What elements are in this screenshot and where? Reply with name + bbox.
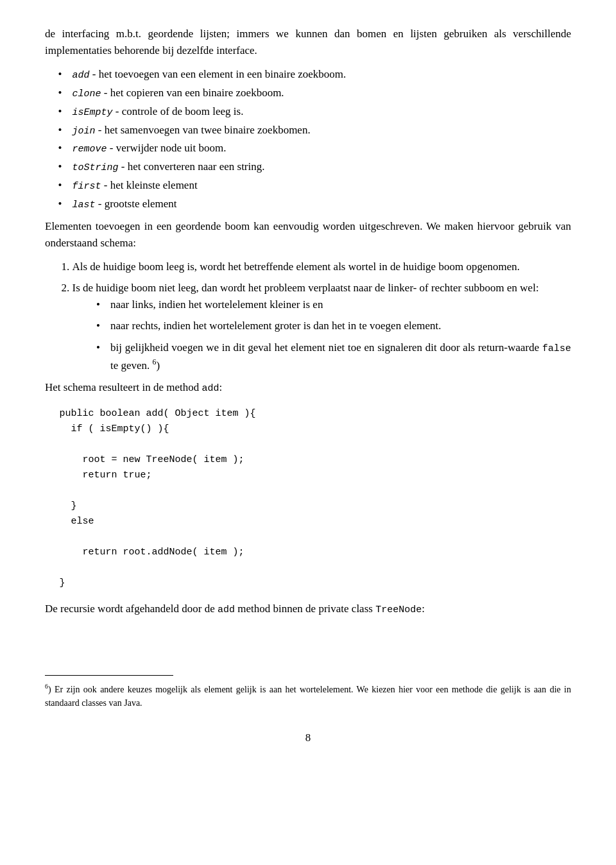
schema-result-paragraph: Het schema resulteert in de method add: <box>45 379 571 396</box>
method-label-isempty: isEmpty <box>73 107 113 118</box>
footnote-paragraph: 6) Er zijn ook andere keuzes mogelijk al… <box>45 681 571 710</box>
intro-paragraph: de interfacing m.b.t. geordende lijsten;… <box>45 26 571 60</box>
schema-list: Als de huidige boom leeg is, wordt het b… <box>73 259 572 374</box>
method-label-tostring: toString <box>73 162 119 173</box>
sub-item-gelijkheid-text: bij gelijkheid voegen we in dit geval he… <box>110 341 571 372</box>
geven-text: te geven. <box>110 359 153 372</box>
list-item-remove: remove - verwijder node uit boom. <box>73 140 572 157</box>
sub-item-links: naar links, indien het wortelelement kle… <box>110 296 571 313</box>
recursie-text2: method binnen de private class <box>235 603 375 615</box>
elementen-paragraph: Elementen toevoegen in een geordende boo… <box>45 218 571 252</box>
recursie-colon: : <box>422 603 425 615</box>
code-block: public boolean add( Object item ){ if ( … <box>60 406 572 591</box>
method-desc-add: - het toevoegen van een element in een b… <box>90 68 346 80</box>
method-label-join: join <box>73 126 96 137</box>
sub-item-rechts: naar rechts, indien het wortelelement gr… <box>110 318 571 334</box>
footnote-divider <box>45 675 173 676</box>
method-desc-remove: - verwijder node uit boom. <box>107 142 227 154</box>
sub-item-gelijkheid: bij gelijkheid voegen we in dit geval he… <box>110 339 571 374</box>
list-item-isempty: isEmpty - controle of de boom leeg is. <box>73 103 572 120</box>
list-item-add: add - het toevoegen van een element in e… <box>73 66 572 83</box>
method-label-remove: remove <box>73 144 107 155</box>
schema-item-1: Als de huidige boom leeg is, wordt het b… <box>73 259 572 275</box>
schema-item-2: Is de huidige boom niet leeg, dan wordt … <box>73 280 572 374</box>
method-desc-clone: - het copieren van een binaire zoekboom. <box>101 87 284 99</box>
list-item-join: join - het samenvoegen van twee binaire … <box>73 122 572 139</box>
footnote-text: ) Er zijn ook andere keuzes mogelijk als… <box>45 684 571 708</box>
list-item-tostring: toString - het converteren naar een stri… <box>73 158 572 175</box>
recursie-text1: De recursie wordt afgehandeld door de <box>45 603 218 615</box>
add-method-ref: add <box>202 383 219 394</box>
sub-list: naar links, indien het wortelelement kle… <box>110 296 571 374</box>
schema-item-1-text: Als de huidige boom leeg is, wordt het b… <box>73 261 520 273</box>
schema-result-text: Het schema resulteert in de method <box>45 381 202 393</box>
list-item-last: last - grootste element <box>73 196 572 212</box>
method-label-first: first <box>73 181 101 192</box>
method-desc-tostring: - het converteren naar een string. <box>119 160 265 173</box>
sub-item-links-text: naar links, indien het wortelelement kle… <box>110 298 323 311</box>
method-label-clone: clone <box>73 89 101 99</box>
method-desc-join: - het samenvoegen van twee binaire zoekb… <box>96 124 311 136</box>
schema-colon: : <box>219 381 223 393</box>
recursie-add-ref: add <box>218 604 235 615</box>
false-keyword: false <box>542 343 571 354</box>
method-desc-last: - grootste element <box>96 198 177 210</box>
recursie-paragraph: De recursie wordt afgehandeld door de ad… <box>45 601 571 617</box>
method-desc-first: - het kleinste element <box>101 179 198 191</box>
method-desc-isempty: - controle of de boom leeg is. <box>113 105 244 117</box>
method-label-add: add <box>73 70 90 81</box>
method-label-last: last <box>73 200 96 210</box>
sub-item-rechts-text: naar rechts, indien het wortelelement gr… <box>110 320 441 332</box>
methods-list: add - het toevoegen van een element in e… <box>73 66 572 213</box>
recursie-treenode-ref: TreeNode <box>375 604 422 615</box>
page-content: de interfacing m.b.t. geordende lijsten;… <box>45 26 571 746</box>
list-item-clone: clone - het copieren van een binaire zoe… <box>73 85 572 101</box>
list-item-first: first - het kleinste element <box>73 177 572 194</box>
closing-paren: ) <box>157 359 160 372</box>
page-number: 8 <box>45 730 571 746</box>
schema-item-2-text: Is de huidige boom niet leeg, dan wordt … <box>73 282 539 294</box>
